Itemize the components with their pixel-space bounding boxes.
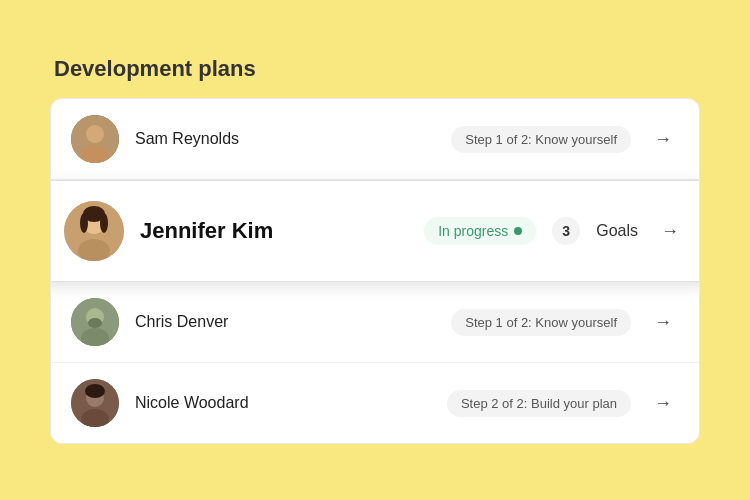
step-badge-nicole: Step 2 of 2: Build your plan [447, 390, 631, 417]
svg-point-1 [86, 125, 104, 143]
status-dot [514, 227, 522, 235]
page-title: Development plans [54, 56, 700, 82]
avatar-sam [71, 115, 119, 163]
name-chris: Chris Denver [135, 313, 265, 331]
arrow-nicole[interactable]: → [647, 387, 679, 419]
step-badge-sam: Step 1 of 2: Know yourself [451, 126, 631, 153]
page-container: Development plans Sam Reynolds Step 1 of… [50, 56, 700, 444]
svg-point-8 [100, 213, 108, 233]
avatar-chris [71, 298, 119, 346]
svg-point-16 [85, 384, 105, 398]
plan-row-chris[interactable]: Chris Denver Step 1 of 2: Know yourself … [51, 282, 699, 363]
name-nicole: Nicole Woodard [135, 394, 265, 412]
arrow-jennifer[interactable]: → [654, 215, 686, 247]
avatar-jennifer [64, 201, 124, 261]
avatar-nicole [71, 379, 119, 427]
plans-card: Sam Reynolds Step 1 of 2: Know yourself … [50, 98, 700, 444]
goals-count: 3 [552, 217, 580, 245]
step-badge-chris: Step 1 of 2: Know yourself [451, 309, 631, 336]
goals-label: Goals [596, 222, 638, 240]
svg-point-12 [88, 318, 102, 328]
status-badge-jennifer: In progress [424, 217, 536, 245]
plan-row-jennifer[interactable]: Jennifer Kim In progress 3 Goals → [50, 180, 700, 282]
jennifer-wrapper: Jennifer Kim In progress 3 Goals → [51, 180, 699, 282]
status-text: In progress [438, 223, 508, 239]
name-sam: Sam Reynolds [135, 130, 265, 148]
name-jennifer: Jennifer Kim [140, 218, 300, 244]
arrow-sam[interactable]: → [647, 123, 679, 155]
svg-point-7 [80, 213, 88, 233]
plan-row-nicole[interactable]: Nicole Woodard Step 2 of 2: Build your p… [51, 363, 699, 443]
plan-row-sam[interactable]: Sam Reynolds Step 1 of 2: Know yourself … [51, 99, 699, 180]
arrow-chris[interactable]: → [647, 306, 679, 338]
